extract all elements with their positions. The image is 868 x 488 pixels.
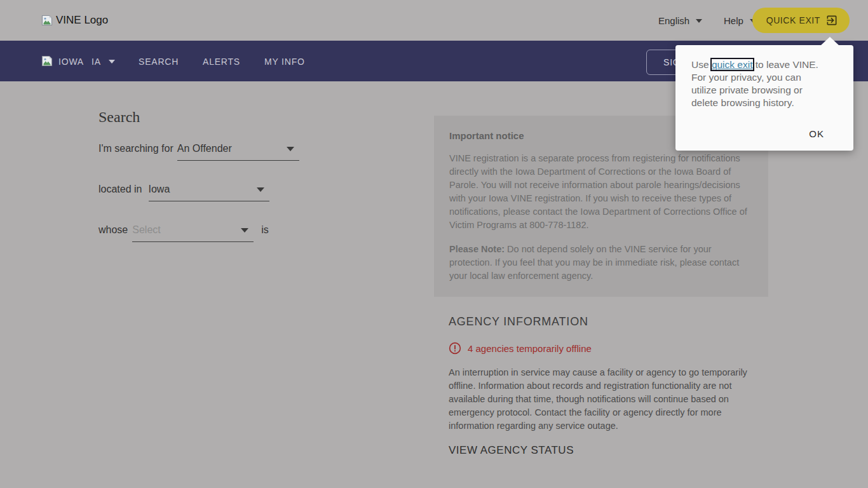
help-dropdown[interactable]: Help <box>724 15 756 26</box>
nav-item-search[interactable]: SEARCH <box>139 57 179 67</box>
popup-text-before: Use <box>691 59 712 70</box>
language-label: English <box>658 15 689 26</box>
state-selector-dropdown[interactable]: IA <box>92 57 115 67</box>
agencies-offline-alert[interactable]: 4 agencies temporarily offline <box>449 342 592 355</box>
chevron-down-icon <box>109 60 115 64</box>
please-note-label: Please Note: <box>449 244 505 254</box>
agency-information-body: An interruption in service may cause a f… <box>449 366 747 433</box>
important-notice-paragraph-1: VINE registration is a separate process … <box>449 152 753 232</box>
quick-exit-button[interactable]: QUICK EXIT <box>752 8 850 33</box>
criteria-label: whose <box>98 224 128 236</box>
agencies-offline-text: 4 agencies temporarily offline <box>468 343 592 354</box>
nav-item-alerts[interactable]: ALERTS <box>203 57 240 67</box>
broken-image-icon <box>41 14 53 27</box>
location-label: located in <box>98 183 142 196</box>
search-type-row: I'm searching for An Offender <box>98 142 299 161</box>
help-label: Help <box>724 15 743 26</box>
quick-exit-label: QUICK EXIT <box>766 15 820 25</box>
alert-icon <box>449 342 461 355</box>
location-row: located in Iowa <box>98 183 269 201</box>
view-agency-status-link[interactable]: VIEW AGENCY STATUS <box>449 444 574 457</box>
state-flag-alt-text: IOWA <box>58 57 84 67</box>
search-type-label: I'm searching for <box>98 142 173 155</box>
vine-logo: VINE Logo <box>41 14 108 27</box>
popup-arrow <box>820 37 839 46</box>
popup-ok-button[interactable]: OK <box>809 128 824 139</box>
criteria-row: whose Select is <box>98 224 269 242</box>
location-select[interactable]: Iowa <box>149 183 269 201</box>
criteria-placeholder: Select <box>132 224 160 235</box>
chevron-down-icon <box>696 19 702 23</box>
criteria-suffix: is <box>261 224 269 236</box>
quick-exit-link[interactable]: quick exit <box>712 59 753 70</box>
agency-information-title: AGENCY INFORMATION <box>449 315 588 329</box>
vine-logo-alt-text: VINE Logo <box>56 14 108 27</box>
location-value: Iowa <box>149 184 170 194</box>
nav-item-my-info[interactable]: MY INFO <box>264 57 305 67</box>
broken-image-icon <box>41 55 53 67</box>
search-type-value: An Offender <box>177 143 232 154</box>
chevron-down-icon <box>241 228 248 233</box>
exit-icon <box>825 14 838 27</box>
search-type-select[interactable]: An Offender <box>177 142 299 161</box>
important-notice-paragraph-2: Please Note: Do not depend solely on the… <box>449 243 753 283</box>
chevron-down-icon <box>287 147 294 151</box>
state-code-label: IA <box>92 57 101 67</box>
quick-exit-popup: Use quick exit to leave VINE. For your p… <box>675 45 853 151</box>
chevron-down-icon <box>257 187 264 192</box>
criteria-select[interactable]: Select <box>132 224 254 242</box>
top-bar: VINE Logo English Help QUICK EXIT <box>0 0 868 41</box>
language-dropdown[interactable]: English <box>658 15 702 26</box>
popup-message: Use quick exit to leave VINE. For your p… <box>675 45 841 109</box>
page-title: Search <box>98 109 140 126</box>
